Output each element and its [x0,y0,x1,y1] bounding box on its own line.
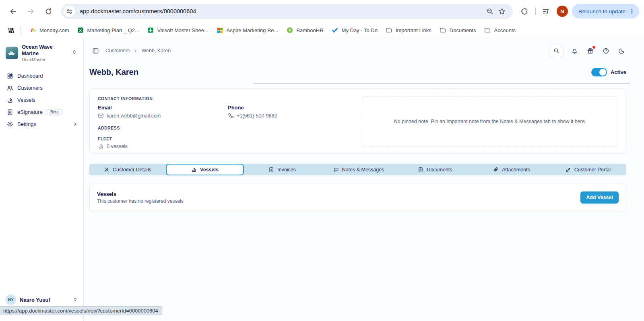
sidebar-item-label: Settings [17,121,36,127]
browser-profile-avatar[interactable]: N [557,6,568,17]
sidebar-item-esignature[interactable]: eSignature Beta [0,106,83,118]
beta-badge: Beta [47,109,62,115]
tab-notes-messages[interactable]: Notes & Messages [320,164,397,175]
org-names: Ocean Wave Marine DockMaster [22,44,68,62]
page-title: Webb, Karen [89,68,138,77]
org-name: Ocean Wave Marine [22,44,68,57]
key-icon [566,167,571,173]
bell-icon [571,47,578,54]
horizontal-scrollbar[interactable] [254,83,630,84]
tab-label: Documents [427,167,452,173]
search-button[interactable] [549,45,564,57]
browser-menu-icon[interactable] [627,6,637,16]
active-toggle[interactable] [591,68,607,76]
bookmarks-bar: Monday.com X Marketing Plan _ Q2... Vals… [0,23,644,38]
sidebar-item-dashboard[interactable]: Dashboard [0,70,83,82]
bookmark-label: Aspire Marketing Re... [227,27,279,33]
folder-icon [440,27,446,34]
bookmark-bamboohr[interactable]: b BambooHR [282,25,327,36]
envelope-icon [98,113,104,119]
extensions-icon[interactable] [518,5,531,18]
bookmark-documents[interactable]: Documents [436,25,480,36]
tab-customer-details[interactable]: Customer Details [89,164,166,175]
relaunch-label: Relaunch to update [578,8,625,14]
org-product: DockMaster [22,57,68,62]
breadcrumb-chevron-icon [133,49,138,53]
media-controls-icon[interactable] [540,5,553,18]
bookmark-monday[interactable]: Monday.com [25,25,73,36]
document-icon [418,167,423,173]
chevron-up-down-icon [73,296,78,303]
email-value[interactable]: karen.webb@gmail.com [107,113,161,119]
user-menu[interactable]: NY Nasro Yusuf [0,292,83,307]
sidebar-item-label: eSignature [17,109,43,115]
svg-text:$: $ [270,168,272,171]
site-settings-icon[interactable] [64,6,75,17]
bookmark-marketing-plan[interactable]: X Marketing Plan _ Q2... [73,25,143,36]
bookmark-label: My Day - To Do [342,27,378,33]
url-text[interactable]: app.dockmaster.com/customers/0000000604 [80,8,484,14]
apps-grid-icon[interactable] [6,25,16,35]
vessels-panel-title: Vessels [97,191,184,197]
whats-new-button[interactable] [585,46,595,56]
phone-label: Phone [228,105,277,111]
tab-vessels[interactable]: Vessels [166,164,244,175]
bookmark-label: Monday.com [39,27,69,33]
tab-documents[interactable]: Documents [397,164,473,175]
org-switcher[interactable]: Ocean Wave Marine DockMaster [0,38,83,67]
tab-invoices[interactable]: $ Invoices [244,164,320,175]
sidebar-item-settings[interactable]: Settings [0,118,83,130]
svg-text:?: ? [605,49,607,53]
phone-value[interactable]: +1(561)-510-9882 [237,113,277,119]
bookmark-my-day[interactable]: My Day - To Do [328,25,382,36]
folder-icon [484,27,491,34]
tab-attachments[interactable]: Attachments [473,164,550,175]
reload-icon [45,8,52,15]
pinned-note-placeholder: No pinned note. Pin an important note fr… [362,96,618,147]
bookmark-valsoft-sheet[interactable]: Valsoft Master Shee... [143,25,213,36]
bookmark-important-links[interactable]: Important Links [382,25,436,36]
tab-customer-portal[interactable]: Customer Portal [550,164,626,175]
address-bar[interactable]: app.dockmaster.com/customers/0000000604 [61,4,513,19]
browser-toolbar: app.dockmaster.com/customers/0000000604 … [0,0,644,23]
add-vessel-button[interactable]: Add Vessel [580,191,619,204]
moon-icon [618,47,625,54]
chevron-up-down-icon [72,49,77,56]
excel-icon: X [77,27,84,34]
breadcrumb-customers[interactable]: Customers [105,48,130,54]
monday-icon [29,27,36,34]
dashboard-grid-icon [7,73,13,79]
bookmark-aspire-marketing[interactable]: Aspire Marketing Re... [213,25,283,36]
fleet-boat-icon [98,143,104,149]
notifications-button[interactable] [570,46,579,56]
vessels-panel-text: Vessels This customer has no registered … [97,191,184,204]
zoom-out-icon[interactable] [484,5,496,17]
dark-mode-button[interactable] [617,46,626,56]
tab-label: Attachments [502,167,530,173]
header-utilities: ? [549,45,626,57]
sidebar-item-label: Customers [17,85,43,91]
help-icon: ? [603,47,609,54]
email-label: Email [98,105,228,111]
sidebar-item-customers[interactable]: Customers [0,82,83,94]
bookmark-label: BambooHR [296,27,323,33]
settings-gear-icon [7,121,13,128]
title-row: Webb, Karen Active [89,66,626,78]
reload-button[interactable] [41,4,55,18]
email-block: Email karen.webb@gmail.com [98,105,228,119]
bookmark-star-icon[interactable] [496,5,508,17]
sidebar-item-vessels[interactable]: Vessels [0,94,83,106]
relaunch-to-update-button[interactable]: Relaunch to update [572,4,639,19]
phone-row: +1(561)-510-9882 [228,113,277,119]
sidebar-collapse-icon[interactable] [89,45,101,57]
bookmark-label: Important Links [396,27,431,33]
back-button[interactable] [6,4,20,18]
chat-bubble-icon [333,167,339,173]
back-arrow-icon [9,8,17,15]
check-icon [332,27,339,34]
bookmark-accounts[interactable]: Accounts [480,25,520,36]
tab-label: Vessels [200,167,219,173]
bookmark-label: Accounts [494,27,516,33]
toolbar-right: N Relaunch to update [518,4,639,19]
help-button[interactable]: ? [601,46,611,56]
